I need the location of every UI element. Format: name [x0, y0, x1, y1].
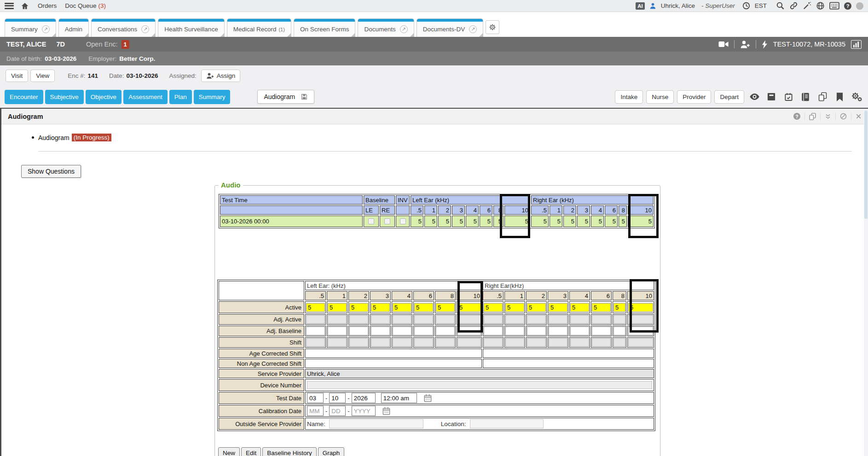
adj-baseline-input[interactable] — [549, 327, 567, 335]
shift-input[interactable] — [328, 338, 347, 347]
active-input[interactable]: 5 — [306, 303, 325, 312]
adj-baseline-input[interactable] — [484, 327, 503, 335]
non-age-corrected-shift-right-field[interactable] — [483, 359, 654, 368]
active-input[interactable]: 5 — [457, 303, 481, 312]
wand-icon[interactable] — [803, 1, 811, 10]
active-input[interactable]: 5 — [527, 303, 546, 312]
person-add-icon[interactable] — [740, 41, 750, 48]
audiogram-list-item[interactable]: Audiogram (In Progress) — [32, 134, 111, 141]
adj-active-input[interactable] — [527, 315, 546, 324]
adj-active-input[interactable] — [414, 315, 433, 324]
collapse-chevrons-icon[interactable] — [825, 113, 831, 120]
tab-medical-record[interactable]: Medical Record(1) — [227, 18, 291, 37]
nav-button-subjective[interactable]: Subjective — [45, 90, 84, 104]
shift-input[interactable] — [613, 338, 625, 347]
adj-baseline-input[interactable] — [349, 327, 368, 335]
menu-icon[interactable] — [5, 3, 14, 9]
view-button[interactable]: View — [30, 70, 55, 82]
shift-input[interactable] — [393, 338, 411, 347]
test-time-cell[interactable]: 03-10-2026 00:00 — [220, 216, 363, 227]
active-input[interactable]: 5 — [414, 303, 433, 312]
tab-health-surveillance[interactable]: Health Surveillance — [158, 18, 224, 37]
search-icon[interactable] — [776, 1, 785, 10]
nav-button-assessment[interactable]: Assessment — [123, 90, 168, 104]
settings-gears-icon[interactable] — [850, 90, 863, 104]
assign-button[interactable]: Assign — [201, 70, 241, 82]
adj-active-input[interactable] — [505, 315, 524, 324]
shift-input[interactable] — [527, 338, 546, 347]
active-input[interactable]: 5 — [328, 303, 347, 312]
location-input[interactable] — [470, 419, 544, 428]
shift-input[interactable] — [457, 338, 481, 347]
ai-badge[interactable]: AI — [636, 2, 645, 10]
shift-input[interactable] — [306, 338, 325, 347]
button-edit[interactable]: Edit — [241, 447, 261, 456]
adj-baseline-input[interactable] — [414, 327, 433, 335]
audiogram-link[interactable]: Audiogram — [38, 134, 69, 141]
age-corrected-shift-right-field[interactable] — [483, 349, 654, 358]
inv-checkbox[interactable] — [400, 218, 406, 224]
calendar-icon[interactable] — [423, 394, 432, 403]
shift-input[interactable] — [505, 338, 524, 347]
tab-summary[interactable]: Summary↗ — [5, 18, 56, 37]
active-input[interactable]: 5 — [613, 303, 625, 312]
adj-baseline-input[interactable] — [570, 327, 589, 335]
adj-baseline-input[interactable] — [457, 327, 481, 335]
home-icon[interactable] — [20, 2, 29, 10]
close-icon[interactable] — [856, 113, 862, 119]
adj-baseline-input[interactable] — [592, 327, 611, 335]
age-corrected-shift-left-field[interactable] — [305, 349, 482, 358]
tab-settings-gear-button[interactable] — [486, 20, 499, 34]
popout-icon[interactable]: ↗ — [42, 25, 50, 33]
popout-icon[interactable]: ↗ — [141, 25, 149, 33]
shift-input[interactable] — [484, 338, 503, 347]
date-placeholder-0[interactable]: MM — [307, 406, 324, 416]
baseline-re-checkbox[interactable] — [384, 218, 390, 224]
active-input[interactable]: 5 — [505, 303, 524, 312]
shift-input[interactable] — [570, 338, 589, 347]
active-input[interactable]: 5 — [349, 303, 368, 312]
shift-input[interactable] — [414, 338, 433, 347]
adj-baseline-input[interactable] — [628, 327, 653, 335]
stage-button-nurse[interactable]: Nurse — [646, 90, 674, 104]
date-input-1[interactable]: 10 — [329, 393, 346, 403]
archive-icon[interactable] — [764, 90, 778, 104]
show-questions-button[interactable]: Show Questions — [21, 165, 81, 178]
shift-input[interactable] — [371, 338, 390, 347]
adj-active-input[interactable] — [436, 315, 455, 324]
shift-input[interactable] — [592, 338, 611, 347]
tab-admin[interactable]: Admin — [58, 18, 89, 37]
video-camera-icon[interactable] — [718, 41, 729, 48]
adj-baseline-input[interactable] — [527, 327, 546, 335]
stage-button-intake[interactable]: Intake — [615, 90, 643, 104]
nav-button-summary[interactable]: Summary — [194, 90, 231, 104]
calendar-check-icon[interactable] — [781, 90, 795, 104]
visit-button[interactable]: Visit — [6, 70, 28, 82]
name-input[interactable] — [329, 419, 423, 428]
active-input[interactable]: 5 — [436, 303, 455, 312]
adj-active-input[interactable] — [371, 315, 390, 324]
date-placeholder-1[interactable]: DD — [329, 406, 346, 416]
date-input-0[interactable]: 03 — [307, 393, 324, 403]
popout-icon[interactable]: ↗ — [469, 25, 477, 33]
document-tab-audiogram[interactable]: Audiogram — [257, 90, 314, 104]
menu-item-doc-queue[interactable]: Doc Queue(3) — [65, 2, 106, 9]
active-input[interactable]: 5 — [628, 303, 653, 312]
tab-conversations[interactable]: Conversations↗ — [91, 18, 156, 37]
popout-icon[interactable]: ↗ — [400, 25, 408, 33]
active-input[interactable]: 5 — [592, 303, 611, 312]
active-input[interactable]: 5 — [484, 303, 503, 312]
chart-icon[interactable] — [851, 40, 862, 49]
book-icon[interactable] — [799, 90, 812, 104]
user-name[interactable]: Uhrick, Alice — [661, 2, 695, 9]
adj-active-input[interactable] — [328, 315, 347, 324]
non-age-corrected-shift-left-field[interactable] — [305, 359, 482, 368]
nav-button-encounter[interactable]: Encounter — [5, 90, 43, 104]
active-input[interactable]: 5 — [393, 303, 411, 312]
stage-button-depart[interactable]: Depart — [714, 90, 744, 104]
shift-input[interactable] — [628, 338, 653, 347]
shift-input[interactable] — [349, 338, 368, 347]
preview-eye-icon[interactable] — [747, 90, 761, 104]
active-input[interactable]: 5 — [371, 303, 390, 312]
keyboard-icon[interactable] — [829, 2, 839, 10]
